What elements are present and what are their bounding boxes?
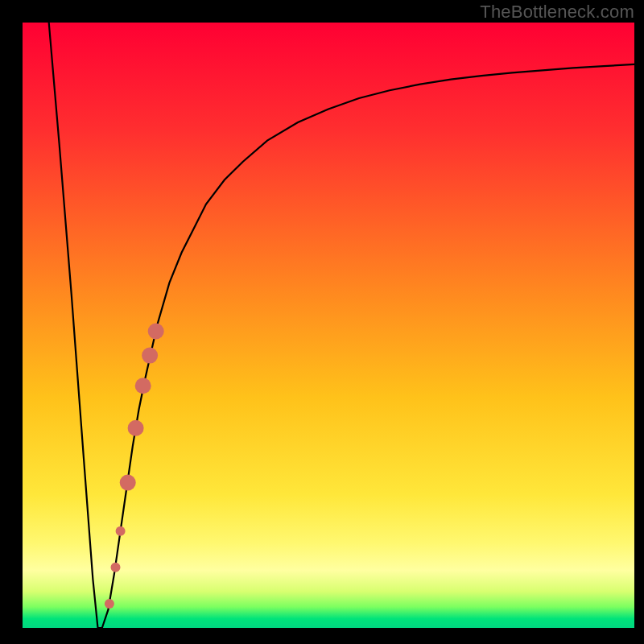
plot-area [23, 23, 634, 628]
highlight-bead [142, 348, 158, 364]
highlight-bead [135, 378, 151, 394]
highlight-bead [128, 420, 144, 436]
highlight-bead [111, 563, 121, 572]
bottleneck-chart [0, 0, 644, 644]
highlight-bead [116, 526, 126, 536]
highlight-bead [148, 324, 164, 340]
highlight-bead [120, 475, 136, 491]
chart-frame: TheBottleneck.com [0, 0, 644, 644]
highlight-bead [105, 599, 114, 609]
